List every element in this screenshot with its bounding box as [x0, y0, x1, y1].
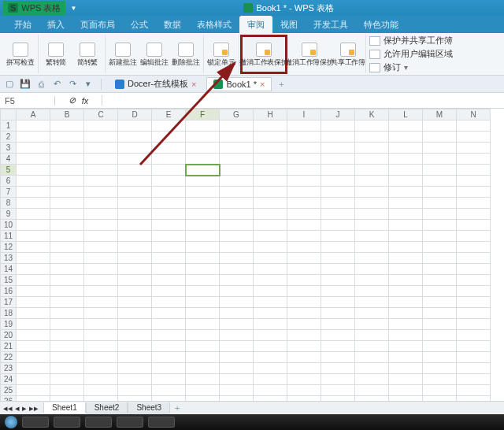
cell[interactable]: [287, 231, 321, 242]
task-item[interactable]: [85, 417, 112, 428]
cell[interactable]: [254, 308, 287, 319]
cell[interactable]: [423, 253, 457, 264]
cell[interactable]: [254, 286, 287, 297]
cell[interactable]: [457, 132, 491, 143]
cell[interactable]: [389, 308, 423, 319]
cell[interactable]: [355, 187, 389, 198]
cell[interactable]: [186, 132, 220, 143]
cell[interactable]: [152, 120, 186, 132]
cell[interactable]: [457, 231, 491, 242]
cell[interactable]: [457, 165, 491, 176]
cell[interactable]: [457, 176, 491, 187]
cell[interactable]: [50, 308, 84, 319]
cell[interactable]: [50, 132, 84, 143]
name-box[interactable]: F5: [0, 96, 55, 106]
cell[interactable]: [186, 341, 220, 352]
cell[interactable]: [389, 154, 423, 165]
cell[interactable]: [118, 308, 152, 319]
cell[interactable]: [389, 120, 423, 132]
cell[interactable]: [17, 187, 50, 198]
cell[interactable]: [50, 209, 84, 220]
col-header[interactable]: C: [84, 109, 118, 120]
cell[interactable]: [355, 231, 389, 242]
cell[interactable]: [254, 220, 287, 231]
trad-to-simp-button[interactable]: 繁转简: [40, 35, 72, 73]
cell[interactable]: [84, 264, 118, 275]
cell[interactable]: [186, 154, 220, 165]
cell[interactable]: [17, 374, 50, 385]
cell[interactable]: [152, 132, 186, 143]
cell[interactable]: [50, 352, 84, 363]
cell[interactable]: [50, 297, 84, 308]
cell[interactable]: [84, 352, 118, 363]
row-header[interactable]: 2: [1, 132, 17, 143]
row-header[interactable]: 7: [1, 187, 17, 198]
cell[interactable]: [389, 242, 423, 253]
cell[interactable]: [355, 253, 389, 264]
cell[interactable]: [220, 165, 254, 176]
cell[interactable]: [152, 363, 186, 374]
cell[interactable]: [50, 198, 84, 209]
formula-input[interactable]: [102, 96, 504, 106]
cell[interactable]: [17, 297, 50, 308]
cell[interactable]: [220, 297, 254, 308]
cell[interactable]: [186, 253, 220, 264]
menu-tab-7[interactable]: 视图: [272, 16, 306, 33]
cell[interactable]: [50, 154, 84, 165]
cell[interactable]: [287, 132, 321, 143]
cell[interactable]: [186, 275, 220, 286]
cell[interactable]: [389, 352, 423, 363]
task-item[interactable]: [54, 417, 80, 428]
menu-tab-9[interactable]: 特色功能: [356, 16, 406, 33]
cell[interactable]: [118, 297, 152, 308]
cell[interactable]: [423, 132, 457, 143]
cell[interactable]: [355, 363, 389, 374]
cell[interactable]: [254, 154, 287, 165]
cell[interactable]: [254, 253, 287, 264]
cell[interactable]: [50, 264, 84, 275]
cell[interactable]: [287, 143, 321, 154]
cell[interactable]: [389, 143, 423, 154]
cell[interactable]: [423, 374, 457, 385]
cell[interactable]: [254, 319, 287, 330]
row-header[interactable]: 15: [1, 275, 17, 286]
cell[interactable]: [118, 154, 152, 165]
cell[interactable]: [186, 198, 220, 209]
cell[interactable]: [423, 209, 457, 220]
row-header[interactable]: 11: [1, 231, 17, 242]
cell[interactable]: [321, 341, 355, 352]
cell[interactable]: [457, 330, 491, 341]
qa-dropdown-icon[interactable]: ▾: [82, 78, 94, 91]
cell[interactable]: [186, 231, 220, 242]
allow-edit-ranges-button[interactable]: 允许用户编辑区域: [369, 48, 453, 60]
cell[interactable]: [220, 253, 254, 264]
cell[interactable]: [254, 385, 287, 396]
unprotect-workbook-button[interactable]: 撤消工作簿保护: [287, 35, 332, 73]
cell[interactable]: [287, 120, 321, 132]
cell[interactable]: [287, 330, 321, 341]
cell[interactable]: [457, 297, 491, 308]
simp-to-trad-button[interactable]: 简转繁: [72, 35, 103, 73]
cell[interactable]: [118, 209, 152, 220]
cell[interactable]: [186, 143, 220, 154]
row-header[interactable]: 4: [1, 154, 17, 165]
cell[interactable]: [423, 198, 457, 209]
col-header[interactable]: H: [254, 109, 287, 120]
cell[interactable]: [423, 319, 457, 330]
cell[interactable]: [220, 275, 254, 286]
cell[interactable]: [423, 231, 457, 242]
col-header[interactable]: D: [118, 109, 152, 120]
revisions-button[interactable]: 修订▾: [369, 61, 453, 73]
menu-tab-1[interactable]: 插入: [39, 16, 72, 33]
cell[interactable]: [355, 242, 389, 253]
row-header[interactable]: 16: [1, 286, 17, 297]
cell[interactable]: [17, 132, 50, 143]
cell[interactable]: [321, 120, 355, 132]
cell[interactable]: [321, 154, 355, 165]
cell[interactable]: [355, 120, 389, 132]
cell[interactable]: [220, 308, 254, 319]
cell[interactable]: [457, 220, 491, 231]
cell[interactable]: [423, 154, 457, 165]
cell[interactable]: [50, 220, 84, 231]
cell[interactable]: [118, 286, 152, 297]
